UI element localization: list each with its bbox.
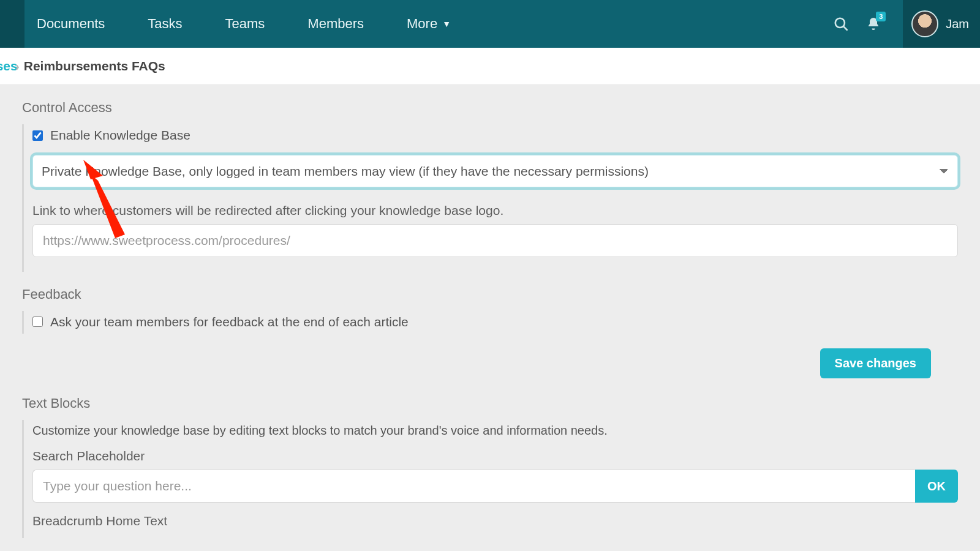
breadcrumb: ases › Reimbursements FAQs [0, 48, 980, 85]
search-placeholder-label: Search Placeholder [32, 449, 958, 463]
brand-sliver [0, 0, 24, 48]
nav-teams[interactable]: Teams [225, 16, 265, 32]
user-menu[interactable]: Jam [903, 0, 980, 48]
redirect-url-input[interactable] [32, 224, 958, 257]
chevron-down-icon: ▼ [442, 19, 451, 29]
page-body: Control Access Enable Knowledge Base Pri… [0, 85, 980, 551]
top-nav: Documents Tasks Teams Members More ▼ 3 J… [0, 0, 980, 48]
ok-button[interactable]: OK [915, 470, 958, 503]
section-title-text-blocks: Text Blocks [22, 395, 958, 411]
enable-kb-row[interactable]: Enable Knowledge Base [32, 128, 190, 143]
section-title-control-access: Control Access [22, 100, 958, 116]
breadcrumb-home-label: Breadcrumb Home Text [32, 514, 958, 528]
svg-line-1 [844, 26, 847, 29]
search-placeholder-input[interactable] [32, 470, 915, 503]
nav-tasks[interactable]: Tasks [148, 16, 182, 32]
save-button[interactable]: Save changes [820, 348, 931, 378]
primary-nav: Documents Tasks Teams Members More ▼ [24, 0, 833, 48]
nav-more[interactable]: More ▼ [407, 16, 451, 32]
notifications-badge: 3 [876, 12, 886, 21]
feedback-label: Ask your team members for feedback at th… [50, 315, 409, 329]
notifications-icon[interactable]: 3 [866, 17, 881, 31]
feedback-checkbox[interactable] [32, 317, 43, 327]
username: Jam [946, 17, 969, 31]
enable-kb-checkbox[interactable] [32, 130, 43, 141]
section-text-blocks: Customize your knowledge base by editing… [22, 420, 958, 538]
search-placeholder-row: OK [32, 470, 958, 503]
nav-members[interactable]: Members [307, 16, 364, 32]
search-icon[interactable] [833, 16, 849, 32]
save-row: Save changes [22, 348, 958, 378]
kb-privacy-select[interactable]: Private Knowledge Base, only logged in t… [32, 155, 958, 187]
enable-kb-label: Enable Knowledge Base [50, 128, 190, 143]
redirect-help-text: Link to where customers will be redirect… [32, 203, 958, 218]
text-blocks-blurb: Customize your knowledge base by editing… [32, 424, 958, 438]
section-title-feedback: Feedback [22, 287, 958, 302]
nav-documents[interactable]: Documents [37, 16, 105, 32]
feedback-row[interactable]: Ask your team members for feedback at th… [32, 315, 409, 329]
avatar [911, 10, 938, 37]
nav-right: 3 Jam [833, 0, 980, 48]
nav-more-label: More [407, 16, 437, 32]
section-control-access: Enable Knowledge Base Private Knowledge … [22, 124, 958, 272]
breadcrumb-current: Reimbursements FAQs [35, 59, 165, 73]
section-feedback: Ask your team members for feedback at th… [22, 311, 958, 334]
